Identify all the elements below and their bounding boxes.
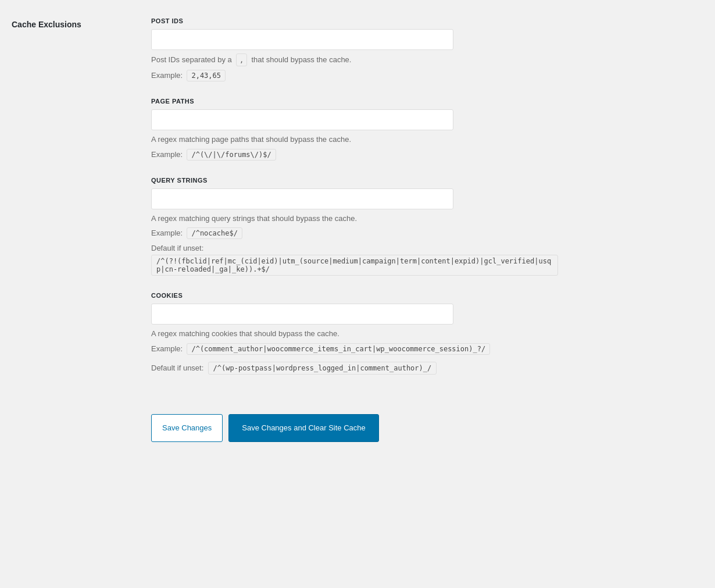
query-strings-group: QUERY STRINGS A regex matching query str… [151, 177, 558, 276]
settings-row: Cache Exclusions POST IDS Post IDs separ… [12, 17, 703, 391]
cookies-default: Default if unset: /^(wp-postpass|wordpre… [151, 359, 558, 375]
page-paths-example: Example: /^(\/|\/forums\/)$/ [151, 149, 558, 161]
query-strings-input[interactable] [151, 188, 453, 209]
query-strings-default-code: /^(?!(fbclid|ref|mc_(cid|eid)|utm_(sourc… [151, 255, 558, 276]
query-strings-default: Default if unset: /^(?!(fbclid|ref|mc_(c… [151, 244, 558, 276]
cookies-example-code: /^(comment_author|woocommerce_items_in_c… [187, 343, 490, 355]
post-ids-description: Post IDs separated by a , that should by… [151, 54, 558, 66]
post-ids-desc-text: Post IDs separated by a [151, 55, 232, 64]
page-paths-group: PAGE PATHS A regex matching page paths t… [151, 98, 558, 161]
post-ids-input[interactable] [151, 29, 453, 50]
page-paths-input[interactable] [151, 109, 453, 130]
page-paths-example-code: /^(\/|\/forums\/)$/ [187, 149, 276, 161]
cookies-example: Example: /^(comment_author|woocommerce_i… [151, 343, 558, 355]
page-paths-example-label: Example: [151, 150, 183, 159]
query-strings-example-code: /^nocache$/ [187, 227, 242, 239]
post-ids-comma-code: , [236, 54, 247, 66]
post-ids-label: POST IDS [151, 17, 558, 24]
query-strings-example-label: Example: [151, 229, 183, 237]
page-paths-description: A regex matching page paths that should … [151, 134, 558, 145]
query-strings-default-label: Default if unset: [151, 244, 203, 252]
section-title: Cache Exclusions [12, 17, 128, 29]
page-container: Cache Exclusions POST IDS Post IDs separ… [0, 0, 715, 465]
post-ids-desc-suffix: that should bypass the cache. [251, 55, 351, 64]
cookies-default-label: Default if unset: [151, 364, 203, 372]
post-ids-example-code: 2,43,65 [187, 70, 226, 81]
save-button[interactable]: Save Changes [151, 414, 223, 442]
cookies-input[interactable] [151, 304, 453, 325]
cookies-example-label: Example: [151, 344, 183, 353]
cookies-default-code: /^(wp-postpass|wordpress_logged_in|comme… [208, 362, 437, 375]
page-paths-label: PAGE PATHS [151, 98, 558, 105]
cookies-description: A regex matching cookies that should byp… [151, 328, 558, 340]
cookies-group: COOKIES A regex matching cookies that sh… [151, 292, 558, 375]
buttons-row: Save Changes Save Changes and Clear Site… [12, 414, 703, 442]
post-ids-group: POST IDS Post IDs separated by a , that … [151, 17, 558, 81]
query-strings-label: QUERY STRINGS [151, 177, 558, 184]
save-cache-button[interactable]: Save Changes and Clear Site Cache [228, 414, 378, 442]
query-strings-description: A regex matching query strings that shou… [151, 213, 558, 224]
post-ids-example: Example: 2,43,65 [151, 70, 558, 81]
fields-container: POST IDS Post IDs separated by a , that … [151, 17, 558, 391]
cookies-label: COOKIES [151, 292, 558, 299]
query-strings-example: Example: /^nocache$/ [151, 227, 558, 239]
post-ids-example-label: Example: [151, 71, 183, 80]
